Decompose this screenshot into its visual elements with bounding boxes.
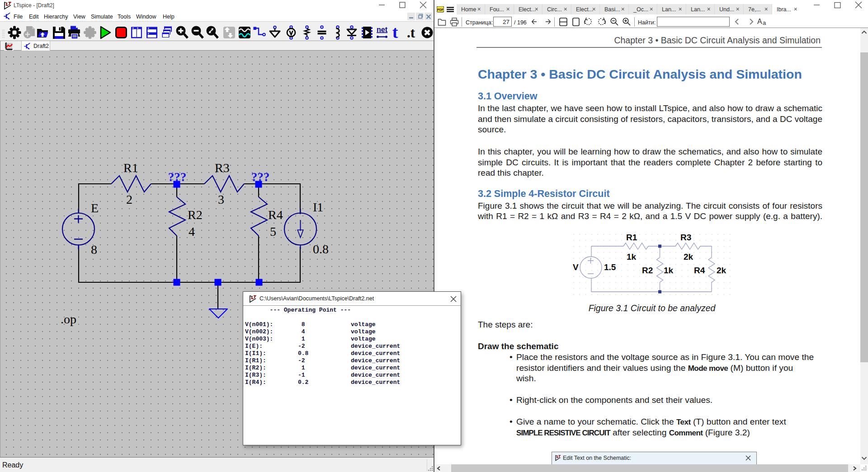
svg-text:.op: .op [61,312,76,326]
svg-text:.t: .t [407,25,415,40]
svg-text:2k: 2k [717,266,726,275]
svg-text:R1: R1 [123,161,138,175]
svg-text:2k: 2k [684,252,693,262]
svg-text:E: E [91,201,99,215]
svg-text:net: net [377,26,388,33]
svg-text:0.8: 0.8 [313,242,329,256]
svg-text:R3: R3 [680,234,691,242]
svg-text:4: 4 [189,224,195,238]
svg-text:V: V [573,262,579,272]
svg-text:R1: R1 [626,234,637,242]
svg-text:1k: 1k [627,252,637,262]
svg-text:t: t [392,25,398,40]
svg-text:2: 2 [126,192,132,206]
svg-text:???: ??? [168,170,187,184]
svg-text:R2: R2 [642,266,653,275]
svg-text:R4: R4 [268,208,283,222]
svg-text:1k: 1k [664,266,674,275]
svg-text:5: 5 [270,224,276,238]
svg-text:R2: R2 [188,208,203,222]
svg-text:R3: R3 [215,161,230,175]
svg-text:???: ??? [251,170,270,184]
svg-text:PDF: PDF [437,8,444,11]
svg-text:8: 8 [91,243,97,257]
svg-text:1.5: 1.5 [604,262,616,272]
svg-text:3: 3 [218,192,224,206]
svg-text:R4: R4 [694,266,705,275]
svg-text:I1: I1 [313,200,323,214]
